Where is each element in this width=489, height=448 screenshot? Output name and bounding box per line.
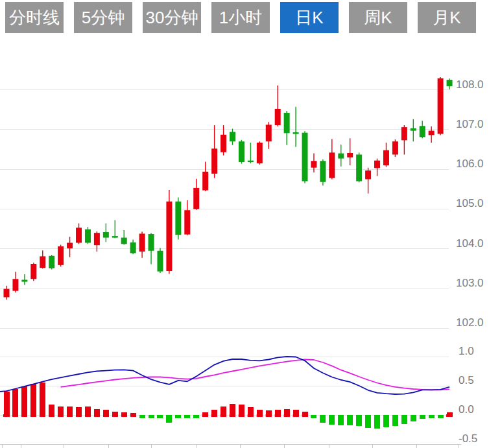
tab-monthly-k[interactable]: 月K — [418, 2, 476, 33]
hist-bar-up — [121, 412, 127, 417]
hist-bar-up — [76, 407, 82, 417]
candlestick-macd-chart: 108.0107.0106.0105.0104.0103.0102.01.00.… — [0, 0, 489, 448]
hist-bar-down — [139, 415, 145, 418]
candle-body-up — [193, 188, 199, 209]
hist-bar-up — [211, 410, 217, 417]
candle-body-up — [311, 161, 316, 167]
hist-bar-down — [338, 415, 344, 425]
candle-body-up — [40, 256, 45, 268]
price-axis-label: 103.0 — [456, 277, 484, 289]
hist-bar-down — [166, 415, 172, 423]
hist-bar-down — [347, 415, 353, 425]
candle-body-down — [85, 230, 91, 243]
price-axis-label: 102.0 — [456, 316, 484, 329]
hist-bar-down — [320, 415, 326, 423]
hist-bar-up — [239, 405, 244, 417]
candle-body-down — [320, 161, 326, 182]
tab-daily-k[interactable]: 日K — [280, 2, 339, 33]
candle-body-down — [112, 236, 118, 238]
hist-bar-up — [284, 409, 290, 417]
hist-bar-down — [392, 415, 398, 426]
hist-bar-up — [85, 407, 91, 417]
hist-bar-up — [30, 384, 36, 417]
candle-body-up — [365, 171, 371, 179]
hist-bar-down — [193, 415, 199, 418]
tab-timeline[interactable]: 分时线 — [5, 2, 64, 33]
hist-bar-up — [67, 407, 73, 418]
hist-bar-down — [411, 415, 416, 421]
dea-line — [61, 360, 450, 390]
candle-body-down — [284, 113, 290, 133]
candle-body-up — [184, 210, 190, 234]
candle-body-down — [121, 238, 127, 244]
candle-body-down — [239, 141, 244, 162]
candle-body-up — [58, 246, 64, 265]
hist-bar-up — [94, 409, 100, 417]
indicator-axis-label: 1.0 — [459, 345, 474, 357]
hist-bar-up — [112, 412, 118, 417]
hist-bar-down — [365, 415, 371, 428]
hist-bar-up — [221, 407, 226, 417]
hist-bar-up — [447, 412, 453, 418]
hist-bar-up — [21, 386, 27, 417]
indicator-axis-label: -0.5 — [459, 432, 477, 445]
candle-body-down — [293, 132, 299, 134]
dif-line — [0, 357, 449, 394]
candle-body-up — [221, 135, 226, 152]
hist-bar-up — [40, 383, 45, 417]
candle-body-up — [275, 109, 281, 125]
candle-body-down — [338, 154, 344, 159]
hist-bar-up — [302, 412, 308, 417]
tab-1hour[interactable]: 1小时 — [211, 2, 270, 33]
candle-body-down — [103, 232, 109, 238]
timeframe-tabbar: 分时线 5分钟 30分钟 1小时 日K 周K 月K — [5, 2, 476, 33]
hist-bar-down — [157, 415, 163, 418]
hist-bar-down — [420, 415, 425, 419]
indicator-axis-label: 0.0 — [459, 403, 474, 416]
x-axis-ticks — [2, 444, 459, 448]
price-axis-label: 104.0 — [456, 237, 484, 250]
hist-bar-up — [248, 407, 254, 417]
candle-body-up — [12, 279, 18, 290]
hist-bar-down — [356, 415, 362, 426]
candle-body-down — [248, 161, 254, 163]
candle-body-down — [157, 251, 163, 272]
hist-bar-up — [230, 404, 235, 417]
candle-body-down — [447, 80, 453, 86]
tab-5min[interactable]: 5分钟 — [74, 2, 132, 33]
indicator-axis-label: 0.5 — [459, 374, 474, 386]
candle-body-up — [374, 161, 380, 169]
hist-bar-down — [184, 415, 190, 418]
candle-body-down — [21, 280, 27, 282]
price-axis-label: 105.0 — [456, 197, 484, 209]
candle-body-down — [420, 126, 425, 137]
candles — [4, 77, 453, 300]
hist-bar-up — [12, 389, 18, 417]
hist-bar-down — [311, 415, 316, 418]
hist-bar-up — [275, 410, 281, 417]
candle-body-up — [211, 148, 217, 174]
candle-body-up — [67, 243, 73, 249]
hist-bar-down — [429, 415, 435, 418]
candle-body-up — [202, 172, 208, 191]
hist-bar-up — [293, 410, 299, 417]
hist-bar-up — [103, 410, 109, 417]
candle-body-up — [166, 202, 172, 271]
hist-bar-down — [438, 415, 444, 418]
candle-body-up — [4, 289, 10, 298]
candle-body-up — [94, 233, 100, 245]
candle-body-up — [76, 228, 82, 242]
candle-body-up — [257, 143, 263, 163]
candle-body-up — [392, 141, 398, 154]
tab-30min[interactable]: 30分钟 — [143, 2, 201, 33]
tab-weekly-k[interactable]: 周K — [349, 2, 407, 33]
candle-body-up — [329, 152, 335, 178]
candle-body-down — [230, 132, 235, 141]
candle-body-up — [30, 264, 36, 279]
candle-body-down — [175, 202, 181, 235]
hist-bar-down — [175, 415, 181, 418]
price-axis-label: 106.0 — [456, 158, 484, 170]
hist-bar-down — [383, 415, 389, 427]
candle-body-down — [302, 133, 308, 182]
hist-bar-up — [202, 412, 208, 417]
